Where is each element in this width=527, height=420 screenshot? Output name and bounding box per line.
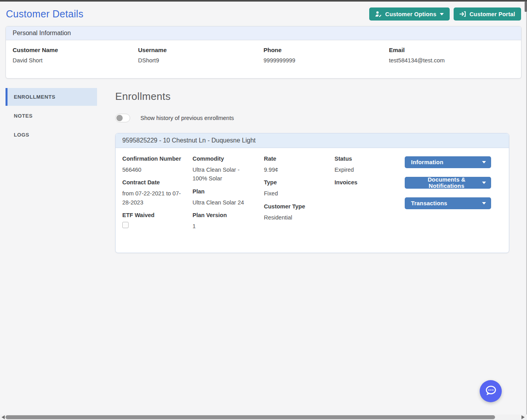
customer-portal-label: Customer Portal <box>469 11 515 17</box>
show-history-toggle[interactable] <box>115 114 130 122</box>
enrollment-col-3: Rate 9.99¢ Type Fixed Customer Type Resi… <box>264 156 335 236</box>
customer-options-button[interactable]: Customer Options <box>369 8 450 21</box>
customer-options-label: Customer Options <box>385 11 437 17</box>
documents-notifications-dropdown-button[interactable]: Documents & Notifications <box>405 177 491 189</box>
page-header: Customer Details Customer Options <box>6 2 521 26</box>
user-edit-icon <box>375 11 382 17</box>
field-email: Email test584134@test.com <box>389 47 514 64</box>
field-confirmation-number: Confirmation Number 566460 <box>122 156 192 174</box>
field-etf-waived: ETF Waived <box>122 212 192 228</box>
header-actions: Customer Options Customer Portal <box>369 8 521 21</box>
enrollment-card-header: 9595825229 - 10 Chestnut Ln - Duquesne L… <box>116 133 509 148</box>
caret-down-icon <box>440 13 444 15</box>
enrollment-col-2: Commodity Ultra Clean Solar - 100% Solar… <box>192 156 264 236</box>
caret-down-icon <box>482 161 486 163</box>
window-top-border <box>0 0 527 2</box>
field-commodity: Commodity Ultra Clean Solar - 100% Solar <box>192 156 264 183</box>
horizontal-scrollbar[interactable] <box>0 414 527 420</box>
toggle-knob <box>116 115 123 121</box>
field-rate: Rate 9.99¢ <box>264 156 335 174</box>
field-phone: Phone 9999999999 <box>264 47 389 64</box>
enrollment-actions: Information Documents & Notifications Tr… <box>405 156 509 236</box>
field-type: Type Fixed <box>264 179 335 198</box>
caret-down-icon <box>482 202 486 204</box>
personal-information-header: Personal Information <box>6 26 521 40</box>
field-status: Status Expired <box>335 156 405 174</box>
scroll-left-arrow-icon[interactable] <box>2 415 5 419</box>
sidebar-item-notes[interactable]: NOTES <box>6 107 97 125</box>
sidebar-item-enrollments[interactable]: ENROLLMENTS <box>6 88 97 106</box>
enrollments-heading: Enrollments <box>115 90 509 103</box>
enrollment-col-1: Confirmation Number 566460 Contract Date… <box>122 156 192 236</box>
scroll-right-arrow-icon[interactable] <box>521 415 525 419</box>
sidebar: ENROLLMENTS NOTES LOGS <box>6 88 97 144</box>
personal-information-body: Customer Name David Short Username DShor… <box>6 40 521 78</box>
enrollment-card-body: Confirmation Number 566460 Contract Date… <box>116 148 509 253</box>
field-customer-type: Customer Type Residential <box>264 203 335 222</box>
vertical-scrollbar-thumb[interactable] <box>525 2 527 12</box>
enrollment-col-4: Status Expired Invoices <box>335 156 405 236</box>
personal-information-panel: Personal Information Customer Name David… <box>6 26 521 79</box>
field-customer-name: Customer Name David Short <box>13 47 138 64</box>
show-history-label: Show history of previous enrollments <box>140 115 234 121</box>
customer-details-page: Customer Details Customer Options <box>0 2 527 253</box>
field-plan-version: Plan Version 1 <box>192 212 264 231</box>
field-invoices: Invoices <box>335 179 405 186</box>
field-plan: Plan Ultra Clean Solar 24 <box>192 188 264 207</box>
field-username: Username DShort9 <box>138 47 264 64</box>
field-contract-date: Contract Date from 07-22-2021 to 07-28-2… <box>122 179 192 207</box>
chat-widget-button[interactable] <box>480 380 502 402</box>
sidebar-item-logs[interactable]: LOGS <box>6 126 97 144</box>
customer-portal-button[interactable]: Customer Portal <box>454 8 521 21</box>
sign-in-icon <box>460 11 466 17</box>
etf-waived-checkbox[interactable] <box>122 222 129 228</box>
history-toggle-row: Show history of previous enrollments <box>115 114 509 122</box>
enrollments-section: Enrollments Show history of previous enr… <box>115 88 509 253</box>
caret-down-icon <box>482 182 486 184</box>
horizontal-scrollbar-thumb[interactable] <box>6 415 495 419</box>
enrollment-card: 9595825229 - 10 Chestnut Ln - Duquesne L… <box>115 133 509 253</box>
transactions-dropdown-button[interactable]: Transactions <box>405 197 491 209</box>
information-dropdown-button[interactable]: Information <box>405 156 491 168</box>
page-title: Customer Details <box>6 8 84 20</box>
chat-bubble-icon <box>484 385 497 398</box>
